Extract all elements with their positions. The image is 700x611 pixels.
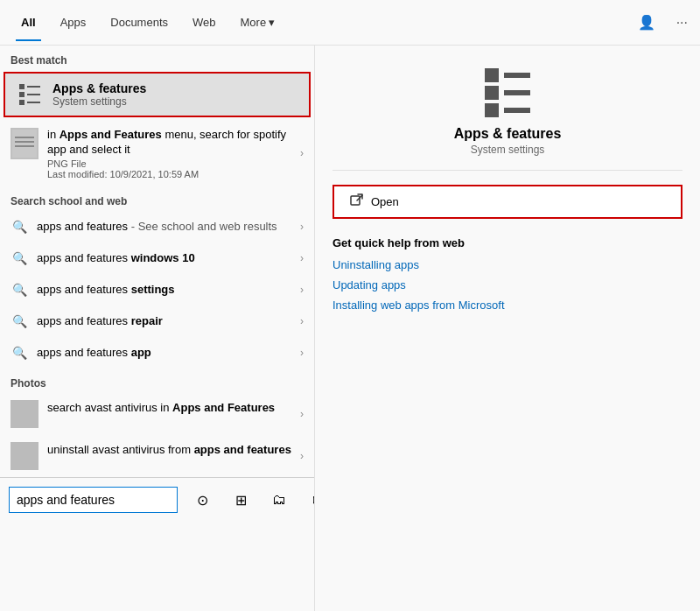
chevron-right-icon: › [300, 147, 304, 159]
right-app-subtitle: System settings [471, 144, 545, 156]
best-match-subtitle: System settings [52, 95, 146, 108]
svg-rect-16 [351, 196, 360, 205]
search-input[interactable] [9, 487, 178, 513]
photo-thumb-1 [10, 400, 38, 428]
svg-rect-9 [15, 145, 34, 147]
svg-rect-6 [12, 130, 37, 158]
main-content: Best match Apps & features System settin… [0, 46, 700, 611]
web-result-2[interactable]: 🔍 apps and features windows 10 › [0, 242, 314, 274]
right-panel: Apps & features System settings Open Get… [315, 46, 700, 611]
chevron-right-icon: › [300, 408, 304, 420]
chevron-right-icon: › [300, 221, 304, 233]
chevron-right-icon: › [300, 252, 304, 264]
open-button-label: Open [371, 195, 399, 208]
more-options-icon[interactable]: ··· [673, 11, 691, 34]
right-app-header: Apps & features System settings [332, 63, 682, 171]
quick-help-link-1[interactable]: Uninstalling apps [332, 258, 682, 271]
tab-documents[interactable]: Documents [98, 4, 180, 41]
tab-apps[interactable]: Apps [48, 4, 99, 41]
open-icon [350, 193, 364, 210]
svg-rect-2 [19, 100, 24, 105]
web-result-text-5: apps and features app [37, 346, 304, 359]
svg-rect-7 [15, 137, 34, 138]
best-match-text: Apps & features System settings [52, 81, 146, 108]
task-view-icon[interactable]: ⊞ [225, 484, 256, 516]
search-bar: ⊙ ⊞ 🗂 ✉ ε 🛍 ✦ ⬛ [0, 477, 314, 523]
photo-text-2: uninstall avast antivirus from apps and … [47, 442, 304, 458]
svg-rect-15 [504, 108, 530, 113]
quick-help-link-3[interactable]: Installing web apps from Microsoft [332, 298, 682, 312]
svg-rect-13 [504, 73, 530, 78]
photos-section-label: Photos [0, 369, 314, 393]
open-button[interactable]: Open [332, 185, 682, 219]
svg-rect-8 [15, 141, 34, 143]
file-date: Last modified: 10/9/2021, 10:59 AM [47, 169, 304, 179]
explorer-icon[interactable]: 🗂 [263, 484, 295, 516]
right-app-icon [480, 63, 536, 119]
svg-rect-12 [485, 103, 499, 117]
web-result-5[interactable]: 🔍 apps and features app › [0, 337, 314, 369]
quick-help-link-2[interactable]: Updating apps [332, 278, 682, 291]
svg-rect-10 [485, 68, 499, 82]
photo-text-1: search avast antivirus in Apps and Featu… [47, 400, 304, 416]
mail-icon[interactable]: ✉ [302, 484, 315, 516]
best-match-label: Best match [0, 46, 314, 72]
tab-all[interactable]: All [9, 4, 48, 41]
tab-more[interactable]: More ▾ [228, 4, 288, 41]
chevron-right-icon: › [300, 347, 304, 359]
search-icon: 🔍 [10, 249, 28, 267]
file-type: PNG File [47, 158, 304, 169]
quick-help-title: Get quick help from web [332, 236, 682, 249]
web-section-label: Search school and web [0, 186, 314, 211]
chevron-right-icon: › [300, 284, 304, 296]
file-title: in Apps and Features menu, search for sp… [47, 128, 304, 158]
photo-result-1[interactable]: search avast antivirus in Apps and Featu… [0, 393, 314, 435]
photo-result-2[interactable]: uninstall avast antivirus from apps and … [0, 435, 314, 477]
apps-features-icon [16, 81, 44, 109]
windows-icon[interactable]: ⊙ [186, 484, 218, 516]
web-result-text-2: apps and features windows 10 [37, 251, 304, 264]
search-menu: All Apps Documents Web More ▾ 👤 ··· Best… [0, 0, 700, 611]
svg-rect-4 [27, 94, 40, 95]
web-result-text-1: apps and features - See school and web r… [37, 220, 304, 233]
chevron-right-icon: › [300, 315, 304, 327]
tab-web[interactable]: Web [180, 4, 228, 41]
file-thumbnail [10, 128, 38, 159]
photo-thumb-2 [10, 442, 38, 470]
taskbar-icons: ⊙ ⊞ 🗂 ✉ ε 🛍 ✦ ⬛ [186, 484, 315, 516]
left-panel: Best match Apps & features System settin… [0, 46, 315, 611]
web-result-text-3: apps and features settings [37, 283, 304, 296]
web-result-3[interactable]: 🔍 apps and features settings › [0, 274, 314, 306]
svg-rect-3 [27, 86, 40, 88]
chevron-down-icon: ▾ [269, 16, 275, 29]
tab-bar: All Apps Documents Web More ▾ 👤 ··· [0, 0, 700, 46]
svg-rect-11 [485, 86, 499, 100]
web-result-4[interactable]: 🔍 apps and features repair › [0, 306, 314, 337]
search-icon: 🔍 [10, 313, 28, 330]
best-match-item[interactable]: Apps & features System settings [4, 72, 311, 117]
best-match-title: Apps & features [52, 81, 146, 95]
user-icon[interactable]: 👤 [634, 11, 659, 34]
file-text: in Apps and Features menu, search for sp… [47, 128, 304, 179]
chevron-right-icon: › [300, 450, 304, 462]
web-result-1[interactable]: 🔍 apps and features - See school and web… [0, 211, 314, 242]
right-app-title: Apps & features [454, 126, 562, 142]
search-icon: 🔍 [10, 344, 28, 362]
svg-rect-5 [27, 102, 40, 103]
search-icon: 🔍 [10, 218, 28, 235]
svg-rect-1 [19, 92, 24, 97]
svg-rect-14 [504, 90, 530, 95]
file-result-item[interactable]: in Apps and Features menu, search for sp… [0, 121, 314, 186]
svg-rect-0 [19, 84, 24, 89]
search-icon: 🔍 [10, 281, 28, 298]
web-result-text-4: apps and features repair [37, 314, 304, 327]
